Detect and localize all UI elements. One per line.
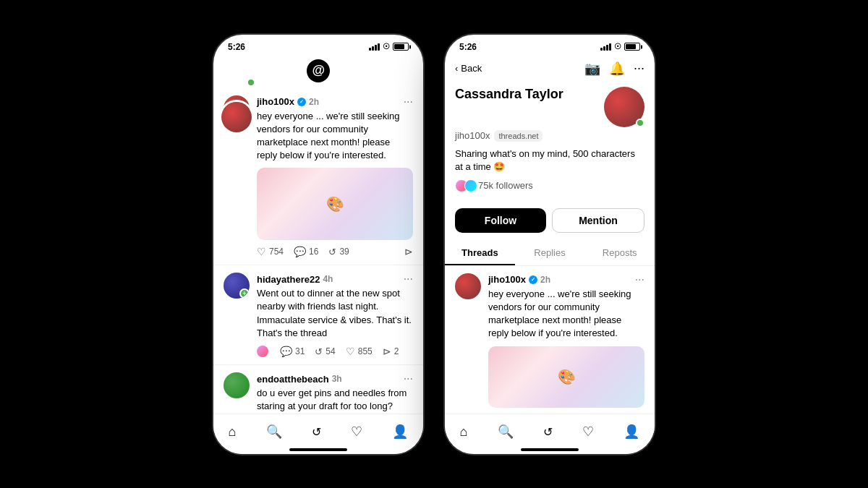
post-user-1: jiho100x ✓ 2h (257, 96, 319, 107)
more-icon[interactable]: ··· (634, 61, 644, 76)
follow-button[interactable]: Follow (455, 208, 546, 233)
nav-search-1[interactable]: 🔍 (262, 419, 286, 444)
phone-profile: 5:26 ☉ ‹ Back 📷 � (445, 35, 655, 454)
followers-count: 75k followers (478, 180, 533, 191)
verified-icon-p1: ✓ (529, 275, 537, 284)
wifi-icon-2: ☉ (614, 42, 621, 51)
post-header-2: hidayathere22 4h ··· (257, 273, 413, 286)
profile-online-dot (636, 119, 644, 127)
repost-icon-2: ↺ (315, 346, 323, 357)
bookmark-action-1[interactable]: ⊳ (404, 246, 413, 257)
signal-icon (369, 43, 380, 51)
phone-feed: 5:26 ☉ @ (213, 35, 423, 454)
tiny-avatars (257, 346, 268, 357)
profile-post-user-1: jiho100x ✓ 2h (488, 274, 550, 285)
tab-replies[interactable]: Replies (515, 240, 585, 265)
threads-domain: threads.net (494, 130, 542, 142)
heart-icon-2: ♡ (346, 346, 355, 357)
chevron-left-icon: ‹ (455, 63, 458, 74)
post-content-2: hidayathere22 4h ··· Went out to dinner … (257, 273, 413, 357)
feed-container: jiho100x ✓ 2h ··· hey everyone ... we're… (213, 88, 423, 442)
profile-actions: Follow Mention (445, 208, 655, 233)
threads-logo: @ (307, 59, 330, 82)
profile-image-colorful: 🎨 (488, 346, 644, 408)
profile-info: Cassandra Taylor jiho100x threads.net Sh… (445, 84, 655, 200)
profile-avatar-wrap (604, 87, 644, 127)
post-actions-1: ♡ 754 💬 16 ↺ 39 ⊳ (257, 246, 413, 257)
more-button-2[interactable]: ··· (404, 273, 413, 286)
time-1: 5:26 (228, 42, 245, 52)
more-button-p1[interactable]: ··· (635, 273, 644, 286)
status-bar-1: 5:26 ☉ (213, 35, 423, 56)
home-indicator-2 (521, 448, 579, 451)
profile-post-1: jiho100x ✓ 2h ··· hey everyone ... we're… (445, 266, 655, 433)
add-icon: + (239, 288, 250, 299)
profile-bio: Sharing what's on my mind, 500 character… (455, 147, 644, 174)
online-dot-header (247, 78, 255, 87)
battery-icon-2 (624, 43, 640, 51)
extra-action-2[interactable]: ⊳ 2 (383, 346, 399, 357)
like-action-1[interactable]: ♡ 754 (257, 246, 284, 257)
tab-reposts[interactable]: Reposts (584, 240, 655, 265)
post-text-2: Went out to dinner at the new spot nearb… (257, 287, 413, 340)
tab-threads[interactable]: Threads (445, 240, 515, 265)
repost-icon: ↺ (328, 247, 336, 257)
post-user-3: endoatthebeach 3h (257, 374, 342, 385)
status-icons-2: ☉ (600, 42, 640, 51)
profile-header-top: ‹ Back 📷 🔔 ··· (445, 56, 655, 84)
more-button-1[interactable]: ··· (404, 95, 413, 108)
post-actions-2: 💬 31 ↺ 54 ♡ 855 ⊳ 2 (257, 346, 413, 357)
time-2: 5:26 (459, 42, 477, 52)
nav-heart-1[interactable]: ♡ (346, 419, 367, 444)
post-header-1: jiho100x ✓ 2h ··· (257, 95, 413, 108)
repost-action-2[interactable]: ↺ 54 (315, 346, 335, 357)
comment-action-1[interactable]: 💬 16 (294, 246, 318, 257)
wifi-icon: ☉ (383, 42, 390, 51)
verified-icon: ✓ (297, 98, 306, 106)
post-text-3: do u ever get pins and needles from star… (257, 387, 413, 413)
mention-button[interactable]: Mention (552, 208, 644, 233)
profile-handle: jiho100x (455, 130, 490, 141)
post-text-1: hey everyone ... we're still seeking ven… (257, 110, 413, 163)
status-bar-2: 5:26 ☉ (445, 35, 655, 56)
header-icons: 📷 🔔 ··· (584, 61, 644, 77)
post-image-1: 🎨 (257, 168, 413, 240)
profile-name: Cassandra Taylor (455, 87, 563, 102)
more-button-3[interactable]: ··· (404, 372, 413, 385)
profile-name-row: Cassandra Taylor (455, 87, 644, 127)
profile-tabs: Threads Replies Reposts (445, 240, 655, 266)
nav-compose-1[interactable]: ↺ (307, 421, 326, 443)
extra-icon: ⊳ (383, 346, 391, 357)
comment-icon-2: 💬 (280, 346, 292, 357)
back-button[interactable]: ‹ Back (455, 63, 482, 74)
profile-name-block: Cassandra Taylor (455, 87, 563, 102)
nav-profile-2[interactable]: 👤 (619, 419, 644, 444)
comment-action-2[interactable]: 💬 31 (280, 346, 305, 357)
nav-home-1[interactable]: ⌂ (224, 420, 241, 444)
nav-profile-1[interactable]: 👤 (388, 419, 412, 444)
avatar-hidaya: + (224, 273, 250, 299)
nav-search-2[interactable]: 🔍 (493, 419, 518, 444)
followers-avatars (455, 179, 474, 192)
bell-icon[interactable]: 🔔 (609, 61, 625, 77)
post-header-3: endoatthebeach 3h ··· (257, 372, 413, 385)
profile-handle-row: jiho100x threads.net (455, 130, 644, 142)
feed-avatar-large (219, 100, 254, 134)
followers-row: 75k followers (455, 179, 644, 192)
profile-post-header-1: jiho100x ✓ 2h ··· (488, 273, 644, 286)
nav-home-2[interactable]: ⌂ (456, 420, 472, 444)
post-item-2: + hidayathere22 4h ··· Went out to dinne… (213, 265, 423, 365)
status-icons-1: ☉ (369, 42, 409, 51)
heart-icon: ♡ (257, 246, 266, 257)
comment-icon: 💬 (294, 246, 306, 257)
nav-compose-2[interactable]: ↺ (539, 421, 557, 443)
instagram-icon[interactable]: 📷 (584, 61, 600, 77)
profile-post-text-1: hey everyone ... we're still seeking ven… (488, 288, 644, 341)
post-content-1: jiho100x ✓ 2h ··· hey everyone ... we're… (257, 95, 413, 258)
bookmark-icon: ⊳ (404, 246, 413, 257)
nav-heart-2[interactable]: ♡ (578, 419, 598, 444)
like-action-2[interactable]: ♡ 855 (346, 346, 373, 357)
follower-avatar-2 (464, 179, 477, 192)
repost-action-1[interactable]: ↺ 39 (328, 247, 349, 257)
profile-avatar-post-1 (455, 273, 481, 299)
